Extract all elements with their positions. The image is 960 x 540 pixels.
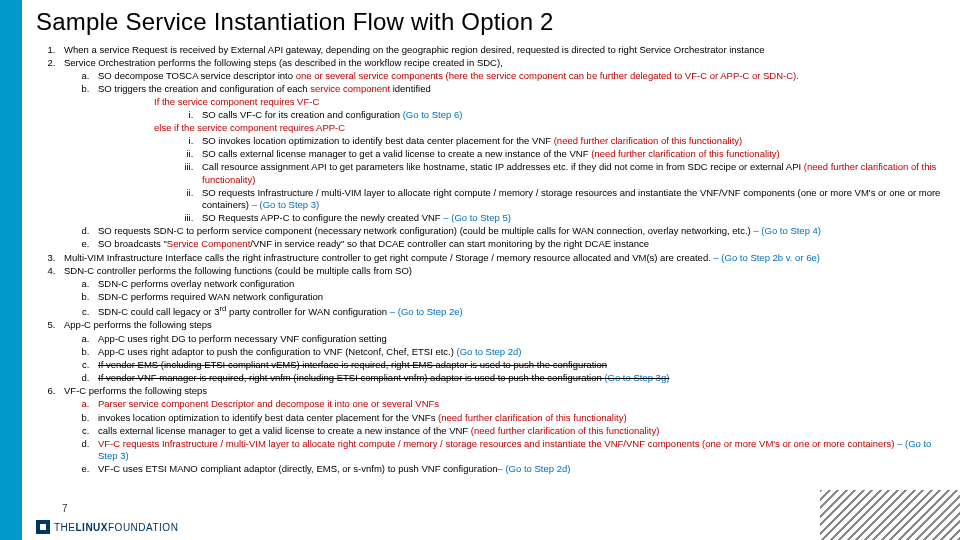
step-4b: SDN-C performs required WAN network conf… bbox=[92, 291, 948, 303]
corner-hatch-decor bbox=[820, 490, 960, 540]
step-5c: If vendor EMS (including ETSI compliant … bbox=[92, 359, 948, 371]
cond-appc-iii2: SO Requests APP-C to configure the newly… bbox=[196, 212, 948, 224]
main-list: When a service Request is received by Ex… bbox=[36, 44, 948, 475]
step-6: VF-C performs the following steps Parser… bbox=[58, 385, 948, 475]
step-5d: If vendor VNF manager is required, right… bbox=[92, 372, 948, 384]
step-4: SDN-C controller performs the following … bbox=[58, 265, 948, 319]
cond-appc-ii: SO calls external license manager to get… bbox=[196, 148, 948, 160]
linux-foundation-icon bbox=[36, 520, 50, 534]
step-2a: SO decompose TOSCA service descriptor in… bbox=[92, 70, 948, 82]
step-4c: SDN-C could call legacy or 3rd party con… bbox=[92, 304, 948, 318]
step-6d: VF-C requests Infrastructure / multi-VIM… bbox=[92, 438, 948, 462]
step-6a: Parser service component Descriptor and … bbox=[92, 398, 948, 410]
cond-appc-ii2: SO requests Infrastructure / multi-VIM l… bbox=[196, 187, 948, 211]
step-2e: SO broadcasts "Service Component/VNF in … bbox=[92, 238, 948, 250]
cond-appc: else if the service component requires A… bbox=[154, 122, 948, 134]
slide-content: Sample Service Instantiation Flow with O… bbox=[36, 8, 948, 476]
step-2b: SO triggers the creation and configurati… bbox=[92, 83, 948, 224]
step-5: App-C performs the following steps App-C… bbox=[58, 319, 948, 384]
step-4a: SDN-C performs overlay network configura… bbox=[92, 278, 948, 290]
cond-appc-i: SO invokes location optimization to iden… bbox=[196, 135, 948, 147]
step-2d: SO requests SDN-C to perform service com… bbox=[92, 225, 948, 237]
cond-vfc-i: SO calls VF-C for its creation and confi… bbox=[196, 109, 948, 121]
step-5b: App-C uses right adaptor to push the con… bbox=[92, 346, 948, 358]
cond-appc-iii: Call resource assignment API to get para… bbox=[196, 161, 948, 185]
page-number: 7 bbox=[62, 503, 68, 514]
left-accent-bar bbox=[0, 0, 22, 540]
step-6e: VF-C uses ETSI MANO compliant adaptor (d… bbox=[92, 463, 948, 475]
step-3: Multi-VIM Infrastructure Interface calls… bbox=[58, 252, 948, 264]
step-1: When a service Request is received by Ex… bbox=[58, 44, 948, 56]
slide-title: Sample Service Instantiation Flow with O… bbox=[36, 8, 948, 36]
linux-foundation-text: THELINUXFOUNDATION bbox=[54, 522, 178, 533]
step-5a: App-C uses right DG to perform necessary… bbox=[92, 333, 948, 345]
step-6c: calls external license manager to get a … bbox=[92, 425, 948, 437]
footer-logo: THELINUXFOUNDATION bbox=[36, 520, 178, 534]
cond-vfc: If the service component requires VF-C bbox=[154, 96, 948, 108]
step-6b: invokes location optimization to identif… bbox=[92, 412, 948, 424]
step-2: Service Orchestration performs the follo… bbox=[58, 57, 948, 250]
